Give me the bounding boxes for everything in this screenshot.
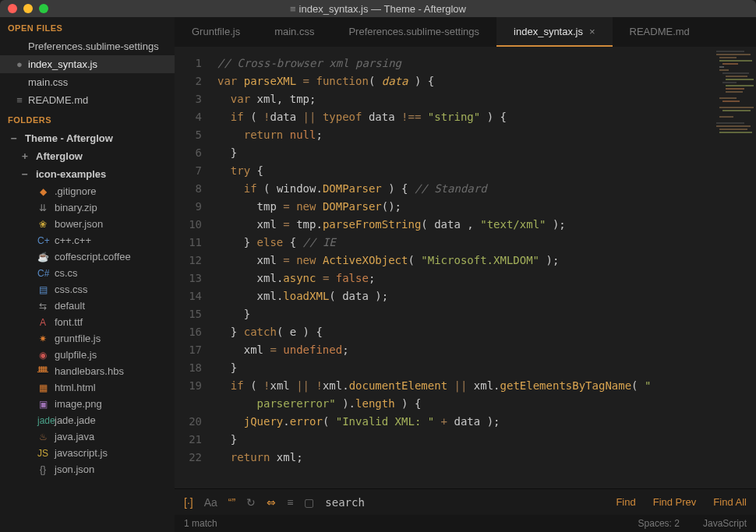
find-all-button[interactable]: Find All bbox=[713, 496, 747, 508]
expander-icon[interactable]: − bbox=[22, 168, 31, 180]
file-label: .gitignore bbox=[55, 185, 96, 197]
file-type-icon: {} bbox=[37, 464, 48, 475]
file-row[interactable]: JSjavascript.js bbox=[0, 445, 175, 461]
folder-root[interactable]: − Theme - Afterglow bbox=[0, 129, 175, 147]
file-row[interactable]: {}json.json bbox=[0, 461, 175, 477]
tab[interactable]: README.md bbox=[613, 17, 707, 47]
tab[interactable]: main.css bbox=[257, 17, 331, 47]
file-type-icon: JS bbox=[37, 448, 48, 459]
open-file-item[interactable]: ●index_syntax.js bbox=[0, 55, 175, 73]
tab[interactable]: Preferences.sublime-settings bbox=[331, 17, 496, 47]
status-bar: 1 match Spaces: 2 JavaScript bbox=[175, 515, 756, 532]
open-file-label: main.css bbox=[28, 76, 68, 88]
file-type-icon: ❀ bbox=[37, 219, 48, 230]
wrap-toggle-icon[interactable]: ↻ bbox=[246, 496, 256, 509]
file-type-icon: A bbox=[37, 317, 48, 328]
file-row[interactable]: C+c++.c++ bbox=[0, 232, 175, 248]
status-indent[interactable]: Spaces: 2 bbox=[638, 518, 680, 529]
highlight-toggle-icon[interactable]: ≡ bbox=[287, 496, 293, 509]
file-type-icon: ◆ bbox=[37, 186, 48, 197]
whole-word-toggle-icon[interactable]: “” bbox=[228, 496, 235, 509]
file-row[interactable]: ⇊binary.zip bbox=[0, 199, 175, 216]
file-row[interactable]: ☕coffescript.coffee bbox=[0, 248, 175, 265]
tab-label: Gruntfile.js bbox=[192, 26, 240, 37]
open-file-item[interactable]: main.css bbox=[0, 73, 175, 91]
open-file-item[interactable]: Preferences.sublime-settings bbox=[0, 37, 175, 55]
titlebar: ≡index_syntax.js — Theme - Afterglow bbox=[0, 0, 756, 17]
status-matches: 1 match bbox=[184, 518, 217, 529]
expander-icon[interactable]: + bbox=[22, 150, 31, 162]
open-file-label: Preferences.sublime-settings bbox=[28, 41, 159, 52]
file-type-icon: ♨ bbox=[37, 432, 48, 442]
close-window-button[interactable] bbox=[8, 4, 17, 13]
search-bar: [·] Aa “” ↻ ⇔ ≡ ▢ search Find Find Prev … bbox=[175, 488, 756, 515]
file-row[interactable]: ▤css.css bbox=[0, 281, 175, 298]
tab-label: README.md bbox=[630, 26, 690, 37]
tab-label: Preferences.sublime-settings bbox=[348, 26, 479, 37]
file-label: css.css bbox=[55, 284, 88, 295]
file-type-icon: ▦ bbox=[37, 382, 48, 393]
preserve-case-toggle-icon[interactable]: ▢ bbox=[304, 496, 314, 509]
find-prev-button[interactable]: Find Prev bbox=[653, 496, 697, 508]
file-label: c++.c++ bbox=[55, 234, 91, 246]
status-language[interactable]: JavaScript bbox=[703, 518, 747, 529]
case-sensitive-toggle-icon[interactable]: Aa bbox=[204, 496, 217, 509]
file-label: image.png bbox=[55, 398, 102, 410]
file-type-icon: ▤ bbox=[37, 284, 48, 295]
dirty-indicator-icon: ● bbox=[16, 58, 23, 70]
file-label: default bbox=[55, 300, 85, 312]
expander-icon[interactable]: − bbox=[11, 132, 20, 144]
file-type-icon: ᚙ bbox=[37, 366, 48, 377]
tab-bar: Gruntfile.jsmain.cssPreferences.sublime-… bbox=[175, 17, 756, 47]
open-file-label: README.md bbox=[28, 94, 88, 106]
file-row[interactable]: ▣image.png bbox=[0, 396, 175, 412]
file-label: java.java bbox=[55, 431, 94, 442]
in-selection-toggle-icon[interactable]: ⇔ bbox=[267, 496, 276, 509]
zoom-window-button[interactable] bbox=[39, 4, 48, 13]
file-type-icon: ✷ bbox=[37, 333, 48, 344]
file-type-icon: C# bbox=[37, 268, 48, 279]
minimize-window-button[interactable] bbox=[23, 4, 33, 13]
file-label: handlebars.hbs bbox=[55, 365, 124, 377]
minimap[interactable] bbox=[713, 47, 756, 488]
file-label: jade.jade bbox=[55, 414, 96, 426]
file-row[interactable]: Afont.ttf bbox=[0, 314, 175, 330]
find-button[interactable]: Find bbox=[616, 496, 635, 508]
open-file-item[interactable]: ≡README.md bbox=[0, 91, 175, 109]
regex-toggle-icon[interactable]: [·] bbox=[184, 496, 193, 509]
file-row[interactable]: ◆.gitignore bbox=[0, 183, 175, 199]
open-files-header: OPEN FILES bbox=[0, 17, 175, 37]
file-row[interactable]: ▦html.html bbox=[0, 379, 175, 396]
tab-label: index_syntax.js bbox=[514, 26, 583, 37]
gutter: 12345678910111213141516171819 202122 bbox=[175, 47, 210, 488]
file-row[interactable]: jadejade.jade bbox=[0, 412, 175, 428]
file-type-icon: ⇆ bbox=[37, 301, 48, 312]
file-label: javascript.js bbox=[55, 447, 108, 459]
file-type-icon: ☕ bbox=[37, 252, 48, 262]
file-type-icon: ⇊ bbox=[37, 203, 48, 213]
file-type-icon: C+ bbox=[37, 235, 48, 246]
file-row[interactable]: ♨java.java bbox=[0, 428, 175, 445]
folder-label: Afterglow bbox=[36, 150, 83, 162]
open-file-label: index_syntax.js bbox=[28, 58, 97, 70]
folder-afterglow[interactable]: + Afterglow bbox=[0, 147, 175, 165]
file-row[interactable]: ◉gulpfile.js bbox=[0, 347, 175, 363]
search-input[interactable]: search bbox=[325, 496, 605, 509]
file-row[interactable]: ⇆default bbox=[0, 298, 175, 314]
file-row[interactable]: C#cs.cs bbox=[0, 265, 175, 281]
close-tab-icon[interactable]: × bbox=[589, 26, 595, 37]
file-label: binary.zip bbox=[55, 202, 97, 213]
file-label: font.ttf bbox=[55, 316, 83, 328]
file-type-icon: jade bbox=[37, 415, 48, 426]
code-editor[interactable]: // Cross-browser xml parsingvar parseXML… bbox=[210, 47, 713, 488]
folder-label: Theme - Afterglow bbox=[25, 132, 113, 144]
file-label: gulpfile.js bbox=[55, 349, 97, 361]
tab[interactable]: Gruntfile.js bbox=[175, 17, 257, 47]
file-row[interactable]: ᚙhandlebars.hbs bbox=[0, 363, 175, 379]
sidebar: OPEN FILES Preferences.sublime-settings●… bbox=[0, 17, 175, 532]
folder-icon-examples[interactable]: − icon-examples bbox=[0, 165, 175, 183]
window-title: index_syntax.js — Theme - Afterglow bbox=[299, 3, 466, 15]
file-row[interactable]: ✷gruntfile.js bbox=[0, 330, 175, 347]
tab[interactable]: index_syntax.js× bbox=[496, 17, 612, 47]
file-row[interactable]: ❀bower.json bbox=[0, 216, 175, 232]
